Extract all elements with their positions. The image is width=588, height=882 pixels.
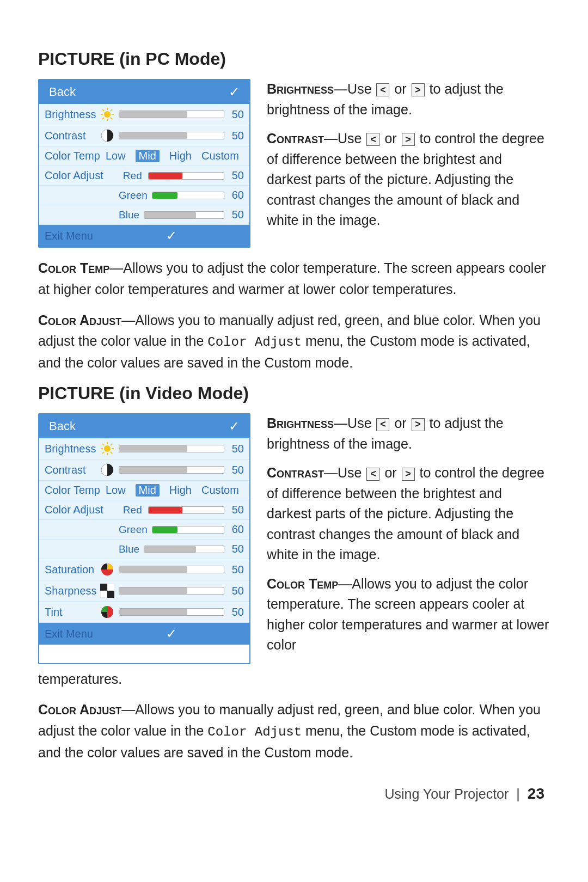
video-color-adjust-term: Color Adjust xyxy=(38,702,121,717)
pc-temp-mid: Mid xyxy=(136,150,160,162)
pc-contrast-row: Contrast 50 xyxy=(39,125,249,146)
pc-exit-label: Exit Menu xyxy=(45,230,99,242)
video-menu-panel: Back ✓ Brightness xyxy=(38,413,250,664)
pc-red-value: 50 xyxy=(229,169,244,182)
video-temp-mid: Mid xyxy=(136,484,160,497)
pc-exit-check: ✓ xyxy=(99,228,244,243)
video-blue-sublabel: Blue xyxy=(119,543,139,555)
video-mode-content: Back ✓ Brightness xyxy=(38,413,550,664)
svg-line-7 xyxy=(111,109,112,111)
pc-color-adjust-label: Color Adjust xyxy=(45,169,103,182)
pc-red-container: Red 50 xyxy=(123,169,244,182)
pc-mode-content: Back ✓ Brightness xyxy=(38,79,550,248)
pc-blue-value: 50 xyxy=(229,209,244,221)
video-sharpness-slider: 50 xyxy=(119,585,244,597)
pc-right-btn-2: > xyxy=(402,133,415,146)
pc-red-sublabel: Red xyxy=(123,170,144,182)
video-descriptions: Brightness—Use < or > to adjust the brig… xyxy=(267,413,550,664)
footer-text: Using Your Projector xyxy=(384,786,509,802)
video-tint-slider: 50 xyxy=(119,606,244,618)
pc-color-adjust-desc: Color Adjust—Allows you to manually adju… xyxy=(38,310,550,374)
video-menu-header: Back ✓ xyxy=(39,414,249,438)
video-temp-high: High xyxy=(169,484,192,497)
video-brightness-value: 50 xyxy=(229,443,244,455)
pc-contrast-term: Contrast xyxy=(267,131,324,146)
pc-green-container: Green 60 xyxy=(119,189,244,201)
pc-brightness-value: 50 xyxy=(229,108,244,121)
svg-rect-23 xyxy=(100,591,107,598)
pc-contrast-value: 50 xyxy=(229,130,244,142)
video-color-adjust-row: Color Adjust Red 50 xyxy=(39,500,249,520)
pc-left-btn-1: < xyxy=(376,83,389,96)
video-saturation-row: Saturation 50 xyxy=(39,559,249,580)
video-color-adjust-desc: Color Adjust—Allows you to manually adju… xyxy=(38,699,550,763)
video-green-row: Green 60 xyxy=(39,520,249,540)
pc-brightness-slider: 50 xyxy=(119,108,244,121)
video-color-adjust-label: Color Adjust xyxy=(45,504,103,516)
video-saturation-label: Saturation xyxy=(45,564,99,576)
footer-separator: | xyxy=(516,786,520,802)
pc-color-adjust-term: Color Adjust xyxy=(38,313,121,328)
video-contrast-term: Contrast xyxy=(267,465,324,480)
video-temp-custom: Custom xyxy=(201,484,239,497)
pc-contrast-label: Contrast xyxy=(45,130,99,142)
pc-right-btn-1: > xyxy=(412,83,425,96)
pc-mode-title: PICTURE (in PC Mode) xyxy=(38,49,550,69)
video-brightness-row: Brightness xyxy=(39,438,249,460)
video-header-check: ✓ xyxy=(229,419,240,434)
video-contrast-slider: 50 xyxy=(119,464,244,476)
video-back-label: Back xyxy=(49,419,76,433)
pc-color-temp-label: Color Temp xyxy=(45,150,100,162)
video-exit-menu-row: Exit Menu ✓ xyxy=(39,623,249,645)
svg-line-5 xyxy=(102,109,104,111)
pc-brightness-row: Brightness xyxy=(39,104,249,125)
video-saturation-slider: 50 xyxy=(119,564,244,576)
video-contrast-desc: Contrast—Use < or > to control the degre… xyxy=(267,463,550,565)
pc-contrast-desc: Contrast—Use < or > to control the degre… xyxy=(267,128,550,231)
pc-blue-sublabel: Blue xyxy=(119,209,139,221)
pc-menu-panel: Back ✓ Brightness xyxy=(38,79,250,248)
video-exit-label: Exit Menu xyxy=(45,628,99,640)
video-sun-icon xyxy=(99,442,115,456)
pc-brightness-label: Brightness xyxy=(45,108,99,121)
video-contrast-row: Contrast 50 xyxy=(39,460,249,481)
video-sharpness-label: Sharpness xyxy=(45,585,99,597)
svg-line-17 xyxy=(111,444,112,445)
video-brightness-desc: Brightness—Use < or > to adjust the brig… xyxy=(267,413,550,454)
pc-color-adjust-row: Color Adjust Red 50 xyxy=(39,166,249,186)
pc-back-label: Back xyxy=(49,85,76,99)
pc-color-temp-term: Color Temp xyxy=(38,260,109,275)
video-left-btn-2: < xyxy=(366,468,379,481)
pc-color-temp-options: Low Mid High Custom xyxy=(106,150,239,162)
footer-page: 23 xyxy=(528,785,544,803)
video-tint-label: Tint xyxy=(45,606,99,618)
pc-header-check: ✓ xyxy=(229,84,240,100)
pc-color-temp-row: Color Temp Low Mid High Custom xyxy=(39,146,249,166)
pc-blue-row: Blue 50 xyxy=(39,205,249,225)
svg-rect-24 xyxy=(107,591,114,598)
video-blue-value: 50 xyxy=(229,543,244,555)
video-sharpness-value: 50 xyxy=(229,585,244,597)
video-temperatures-cont: temperatures. xyxy=(38,669,550,690)
video-red-container: Red 50 xyxy=(123,504,244,516)
pc-descriptions: Brightness—Use < or > to adjust the brig… xyxy=(267,79,550,248)
video-left-btn-1: < xyxy=(376,418,389,431)
pc-exit-menu-row: Exit Menu ✓ xyxy=(39,225,249,247)
video-color-temp-row: Color Temp Low Mid High Custom xyxy=(39,481,249,500)
pc-temp-low: Low xyxy=(106,150,126,162)
svg-rect-22 xyxy=(107,584,114,591)
svg-line-6 xyxy=(111,118,112,119)
video-sharpness-row: Sharpness 50 xyxy=(39,580,249,602)
video-temp-low: Low xyxy=(106,484,126,497)
video-brightness-term: Brightness xyxy=(267,415,334,431)
video-color-temp-options: Low Mid High Custom xyxy=(106,484,239,497)
pc-green-sublabel: Green xyxy=(119,189,148,201)
pc-left-btn-2: < xyxy=(366,133,379,146)
svg-line-15 xyxy=(102,444,104,445)
video-brightness-slider: 50 xyxy=(119,443,244,455)
pc-contrast-icon xyxy=(99,128,115,143)
video-tint-value: 50 xyxy=(229,606,244,618)
video-tint-row: Tint 50 xyxy=(39,602,249,623)
pc-green-row: Green 60 xyxy=(39,186,249,205)
video-color-temp-desc: Color Temp—Allows you to adjust the colo… xyxy=(267,574,550,656)
